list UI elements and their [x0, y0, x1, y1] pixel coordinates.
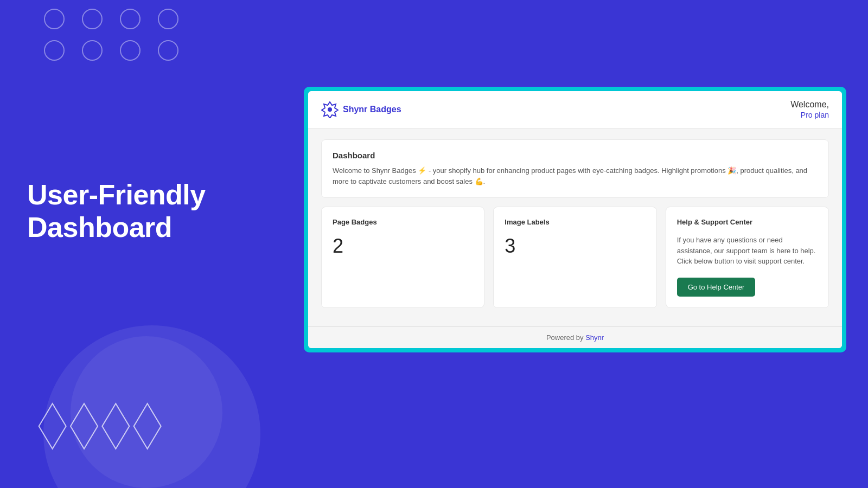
app-inner: Shynr Badges Welcome, Pro plan Dashboard… — [308, 91, 842, 348]
logo-icon — [321, 101, 339, 118]
page-badges-title: Page Badges — [333, 218, 473, 226]
pro-plan-link[interactable]: Pro plan — [801, 111, 829, 119]
help-center-button[interactable]: Go to Help Center — [677, 278, 756, 297]
logo-area: Shynr Badges — [321, 101, 401, 118]
cards-row: Page Badges 2 Image Labels 3 Help & Supp… — [321, 207, 829, 308]
powered-by-text: Powered by — [546, 333, 584, 342]
app-window: Shynr Badges Welcome, Pro plan Dashboard… — [304, 87, 846, 352]
svg-point-12 — [328, 107, 332, 112]
image-labels-card: Image Labels 3 — [493, 207, 656, 308]
dashboard-description: Welcome to Shynr Badges ⚡ - your shopify… — [333, 165, 818, 187]
powered-by-link[interactable]: Shynr — [585, 333, 604, 342]
left-heading: User-Friendly Dashboard — [27, 179, 206, 244]
page-badges-card: Page Badges 2 — [321, 207, 484, 308]
svg-point-5 — [82, 41, 102, 60]
svg-point-3 — [158, 9, 178, 29]
heading-line2: Dashboard — [27, 211, 172, 243]
svg-marker-8 — [39, 403, 66, 448]
dashboard-section: Dashboard Welcome to Shynr Badges ⚡ - yo… — [321, 139, 829, 198]
support-title: Help & Support Center — [677, 218, 818, 226]
svg-marker-10 — [102, 403, 129, 448]
image-labels-title: Image Labels — [505, 218, 645, 226]
svg-marker-11 — [134, 403, 161, 448]
bg-large-circle-inner — [71, 336, 222, 488]
svg-point-7 — [158, 41, 178, 60]
app-body: Dashboard Welcome to Shynr Badges ⚡ - yo… — [308, 129, 842, 326]
welcome-text: Welcome, — [790, 100, 829, 110]
dashboard-title: Dashboard — [333, 151, 818, 160]
svg-point-6 — [120, 41, 140, 60]
svg-point-4 — [44, 41, 64, 60]
svg-point-2 — [120, 9, 140, 29]
svg-marker-9 — [71, 403, 98, 448]
bg-large-circle — [43, 325, 260, 488]
support-card: Help & Support Center If you have any qu… — [666, 207, 829, 308]
image-labels-count: 3 — [505, 235, 645, 258]
app-footer: Powered by Shynr — [308, 326, 842, 348]
header-right: Welcome, Pro plan — [790, 100, 829, 119]
app-header: Shynr Badges Welcome, Pro plan — [308, 91, 842, 129]
logo-text: Shynr Badges — [343, 105, 401, 114]
bg-decoration-circles — [0, 0, 217, 108]
heading-line1: User-Friendly — [27, 179, 206, 210]
svg-point-1 — [82, 9, 102, 29]
page-badges-count: 2 — [333, 235, 473, 258]
support-description: If you have any questions or need assist… — [677, 235, 818, 267]
svg-point-0 — [44, 9, 64, 29]
bg-diamonds — [33, 399, 163, 455]
